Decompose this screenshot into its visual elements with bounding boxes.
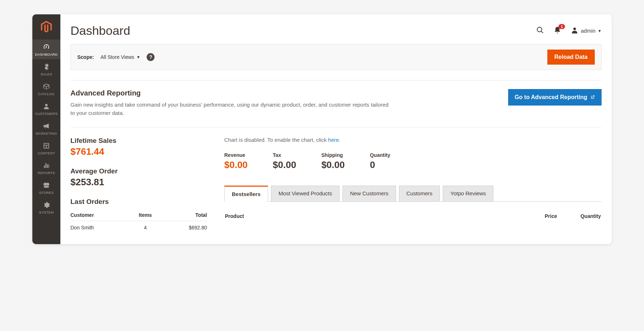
go-to-advanced-reporting-button[interactable]: Go to Advanced Reporting bbox=[508, 89, 602, 106]
sidebar-item-stores[interactable]: STORES bbox=[32, 178, 60, 197]
app-window: DASHBOARD SALES CATALOG CUSTOMERS MARKET… bbox=[32, 14, 612, 244]
left-column: Lifetime Sales $761.44 Average Order $25… bbox=[70, 137, 207, 234]
last-orders-table: Customer Items Total Don Smith 4 $692.80 bbox=[70, 209, 207, 234]
stat-tax: Tax $0.00 bbox=[273, 152, 296, 171]
lifetime-sales-label: Lifetime Sales bbox=[70, 137, 207, 145]
stat-value: 0 bbox=[370, 159, 390, 171]
user-name: admin bbox=[581, 28, 595, 34]
stat-label: Tax bbox=[273, 152, 296, 158]
stat-shipping: Shipping $0.00 bbox=[321, 152, 345, 171]
advanced-reporting-title: Advanced Reporting bbox=[70, 89, 394, 97]
sidebar-item-label: STORES bbox=[39, 191, 54, 195]
col-price: Price bbox=[514, 210, 557, 223]
advanced-reporting-section: Advanced Reporting Gain new insights and… bbox=[70, 89, 602, 117]
average-order-block: Average Order $253.81 bbox=[70, 167, 207, 188]
admin-sidebar: DASHBOARD SALES CATALOG CUSTOMERS MARKET… bbox=[32, 14, 60, 244]
tab-yotpo-reviews[interactable]: Yotpo Reviews bbox=[443, 186, 493, 201]
sidebar-item-label: SALES bbox=[41, 72, 52, 76]
reload-data-button[interactable]: Reload Data bbox=[547, 50, 595, 65]
user-menu[interactable]: admin ▼ bbox=[571, 26, 602, 35]
scope-dropdown[interactable]: All Store Views ▼ bbox=[101, 54, 141, 60]
average-order-value: $253.81 bbox=[70, 177, 207, 188]
dashboard-icon bbox=[43, 43, 50, 51]
divider bbox=[70, 80, 602, 80]
col-quantity: Quantity bbox=[558, 210, 601, 223]
sidebar-item-sales[interactable]: SALES bbox=[32, 59, 60, 79]
cell-customer: Don Smith bbox=[70, 221, 129, 234]
tab-most-viewed[interactable]: Most Viewed Products bbox=[271, 186, 340, 201]
notification-badge: 1 bbox=[558, 24, 565, 29]
average-order-label: Average Order bbox=[70, 167, 207, 175]
magento-logo[interactable] bbox=[32, 14, 60, 39]
chart-msg-suffix: . bbox=[339, 137, 340, 143]
sidebar-item-content[interactable]: CONTENT bbox=[32, 138, 60, 158]
lifetime-sales-block: Lifetime Sales $761.44 bbox=[70, 137, 207, 157]
stat-label: Shipping bbox=[321, 152, 345, 158]
gear-icon bbox=[43, 201, 50, 209]
col-product: Product bbox=[225, 210, 513, 223]
sidebar-item-customers[interactable]: CUSTOMERS bbox=[32, 99, 60, 118]
scope-left: Scope: All Store Views ▼ ? bbox=[77, 53, 155, 61]
tab-bestsellers[interactable]: Bestsellers bbox=[224, 186, 268, 202]
lifetime-sales-value: $761.44 bbox=[70, 146, 207, 157]
tab-content: Product Price Quantity bbox=[224, 202, 602, 230]
last-orders-section: Last Orders Customer Items Total Don Smi… bbox=[70, 198, 207, 234]
chart-disabled-message: Chart is disabled. To enable the chart, … bbox=[224, 137, 602, 143]
topbar: Dashboard 1 admin ▼ bbox=[70, 14, 602, 44]
col-customer: Customer bbox=[70, 209, 129, 221]
advanced-reporting-desc: Gain new insights and take command of yo… bbox=[70, 101, 394, 117]
bell-icon bbox=[553, 29, 561, 35]
tab-new-customers[interactable]: New Customers bbox=[342, 186, 396, 201]
sidebar-item-label: DASHBOARD bbox=[35, 52, 58, 56]
stat-label: Revenue bbox=[224, 152, 248, 158]
sidebar-item-label: CONTENT bbox=[38, 151, 55, 155]
sidebar-item-label: CUSTOMERS bbox=[35, 112, 58, 116]
chart-msg-prefix: Chart is disabled. To enable the chart, … bbox=[224, 137, 328, 143]
table-row[interactable]: Don Smith 4 $692.80 bbox=[70, 221, 207, 234]
chevron-down-icon: ▼ bbox=[598, 29, 602, 33]
stat-quantity: Quantity 0 bbox=[370, 152, 390, 171]
dollar-icon bbox=[43, 63, 50, 71]
bar-chart-icon bbox=[43, 162, 50, 169]
right-column: Chart is disabled. To enable the chart, … bbox=[224, 137, 602, 234]
stat-revenue: Revenue $0.00 bbox=[224, 152, 248, 171]
person-icon bbox=[43, 102, 50, 110]
enable-chart-link[interactable]: here bbox=[328, 137, 339, 143]
dashboard-tabs: Bestsellers Most Viewed Products New Cus… bbox=[224, 186, 602, 202]
last-orders-title: Last Orders bbox=[70, 198, 207, 206]
sidebar-item-label: REPORTS bbox=[38, 171, 55, 175]
content-icon bbox=[43, 142, 50, 150]
notifications-button[interactable]: 1 bbox=[553, 26, 561, 36]
scope-label: Scope: bbox=[77, 54, 94, 60]
cell-items: 4 bbox=[129, 221, 162, 234]
tab-customers[interactable]: Customers bbox=[399, 186, 440, 201]
scope-bar: Scope: All Store Views ▼ ? Reload Data bbox=[70, 44, 602, 70]
stat-value: $0.00 bbox=[273, 159, 296, 171]
sidebar-item-label: CATALOG bbox=[38, 92, 55, 96]
sidebar-item-dashboard[interactable]: DASHBOARD bbox=[32, 39, 60, 59]
stat-value: $0.00 bbox=[321, 159, 345, 171]
sidebar-item-label: MARKETING bbox=[36, 131, 57, 135]
sidebar-item-reports[interactable]: REPORTS bbox=[32, 158, 60, 178]
help-icon[interactable]: ? bbox=[147, 53, 155, 61]
button-label: Go to Advanced Reporting bbox=[515, 94, 587, 101]
sidebar-item-system[interactable]: SYSTEM bbox=[32, 197, 60, 217]
main-content: Dashboard 1 admin ▼ Scope: All Store Vie… bbox=[60, 14, 612, 244]
sidebar-item-label: SYSTEM bbox=[39, 210, 54, 214]
top-actions: 1 admin ▼ bbox=[536, 26, 602, 36]
stat-value: $0.00 bbox=[224, 159, 248, 171]
megaphone-icon bbox=[43, 122, 50, 130]
bestsellers-table: Product Price Quantity bbox=[224, 209, 602, 223]
search-icon[interactable] bbox=[536, 26, 544, 36]
stats-row: Lifetime Sales $761.44 Average Order $25… bbox=[70, 137, 602, 234]
user-icon bbox=[571, 26, 579, 35]
sidebar-item-catalog[interactable]: CATALOG bbox=[32, 79, 60, 99]
sidebar-item-marketing[interactable]: MARKETING bbox=[32, 118, 60, 138]
chevron-down-icon: ▼ bbox=[137, 55, 141, 59]
scope-value: All Store Views bbox=[101, 54, 134, 60]
external-link-icon bbox=[590, 95, 595, 100]
store-icon bbox=[43, 181, 50, 189]
col-items: Items bbox=[129, 209, 162, 221]
advanced-reporting-text: Advanced Reporting Gain new insights and… bbox=[70, 89, 394, 117]
col-total: Total bbox=[162, 209, 207, 221]
